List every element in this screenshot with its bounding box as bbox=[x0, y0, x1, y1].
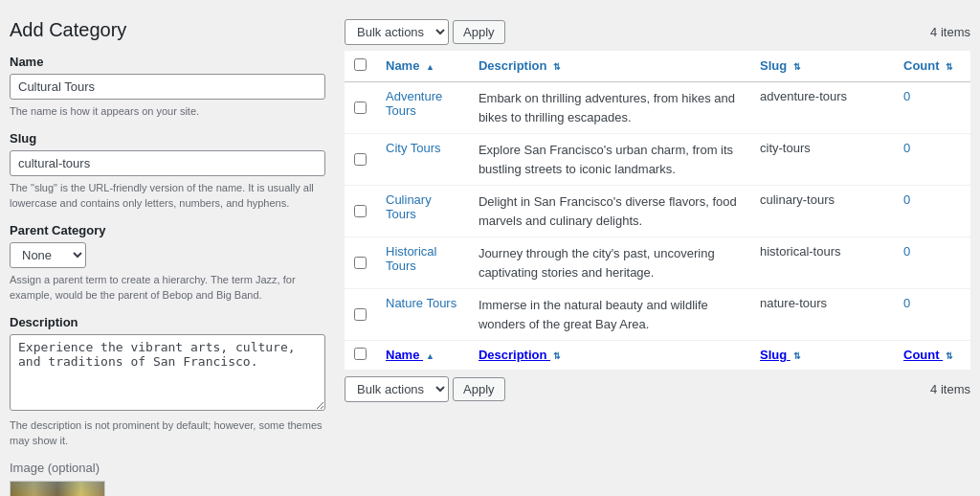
table-row: Historical Tours Journey through the cit… bbox=[345, 237, 970, 289]
table-row: Nature Tours Immerse in the natural beau… bbox=[345, 289, 970, 341]
row-description-cell: Explore San Francisco's urban charm, fro… bbox=[469, 134, 750, 186]
row-checkbox-cell bbox=[345, 186, 376, 237]
row-slug-3: historical-tours bbox=[760, 244, 841, 259]
select-all-col bbox=[345, 51, 376, 82]
parent-category-field-group: Parent Category None Assign a parent ter… bbox=[10, 223, 325, 304]
footer-col-name: Name ▲ bbox=[376, 341, 469, 371]
table-body: Adventure Tours Embark on thrilling adve… bbox=[345, 82, 970, 341]
footer-description-sort-link[interactable]: Description ⇅ bbox=[479, 348, 561, 362]
row-description-cell: Journey through the city's past, uncover… bbox=[469, 237, 750, 289]
row-name-link-3[interactable]: Historical Tours bbox=[386, 244, 436, 273]
row-count-cell: 0 bbox=[894, 289, 970, 341]
row-description-4: Immerse in the natural beauty and wildli… bbox=[479, 298, 708, 331]
image-thumbnail bbox=[10, 481, 105, 497]
row-name-cell: Culinary Tours bbox=[376, 186, 469, 237]
row-checkbox-cell bbox=[345, 237, 376, 289]
row-name-link-4[interactable]: Nature Tours bbox=[386, 296, 457, 310]
name-input[interactable] bbox=[10, 74, 325, 100]
row-count-link-3[interactable]: 0 bbox=[903, 244, 910, 259]
description-textarea[interactable]: Experience the vibrant arts, culture, an… bbox=[10, 334, 325, 411]
row-name-cell: Adventure Tours bbox=[376, 82, 469, 134]
row-slug-cell: nature-tours bbox=[750, 289, 894, 341]
footer-check-col bbox=[345, 341, 376, 371]
categories-table: Name ▲ Description ⇅ Slug ⇅ Count ⇅ bbox=[345, 51, 970, 371]
row-checkbox-cell bbox=[345, 134, 376, 186]
row-count-link-0[interactable]: 0 bbox=[903, 89, 910, 103]
slug-input[interactable] bbox=[10, 150, 325, 176]
footer-description-sort-icon: ⇅ bbox=[553, 351, 561, 361]
image-label: Image (optional) bbox=[10, 461, 325, 475]
footer-slug-sort-link[interactable]: Slug ⇅ bbox=[760, 348, 801, 362]
items-count-bottom: 4 items bbox=[930, 382, 970, 396]
footer-count-sort-link[interactable]: Count ⇅ bbox=[903, 348, 953, 362]
row-count-cell: 0 bbox=[894, 237, 970, 289]
row-checkbox-3[interactable] bbox=[354, 257, 367, 269]
description-sort-link[interactable]: Description ⇅ bbox=[479, 58, 561, 73]
footer-slug-sort-icon: ⇅ bbox=[793, 351, 801, 361]
footer-col-count: Count ⇅ bbox=[894, 341, 970, 371]
parent-hint: Assign a parent term to create a hierarc… bbox=[10, 272, 325, 304]
table-top-bar: Bulk actions Apply 4 items bbox=[345, 19, 970, 45]
table-row: Culinary Tours Delight in San Francisco'… bbox=[345, 186, 970, 237]
row-checkbox-0[interactable] bbox=[354, 101, 367, 114]
row-checkbox-1[interactable] bbox=[354, 153, 367, 166]
count-sort-icon: ⇅ bbox=[946, 62, 953, 72]
row-description-1: Explore San Francisco's urban charm, fro… bbox=[479, 143, 733, 176]
parent-category-select[interactable]: None bbox=[10, 242, 86, 268]
row-slug-cell: historical-tours bbox=[750, 237, 894, 289]
row-count-cell: 0 bbox=[894, 134, 970, 186]
footer-name-sort-link[interactable]: Name ▲ bbox=[386, 348, 434, 362]
row-count-link-1[interactable]: 0 bbox=[903, 141, 910, 155]
table-row: City Tours Explore San Francisco's urban… bbox=[345, 134, 970, 186]
row-count-link-2[interactable]: 0 bbox=[903, 192, 910, 207]
footer-count-sort-icon: ⇅ bbox=[946, 351, 953, 361]
row-name-cell: Historical Tours bbox=[376, 237, 469, 289]
row-name-link-0[interactable]: Adventure Tours bbox=[386, 89, 442, 118]
row-count-link-4[interactable]: 0 bbox=[903, 296, 910, 310]
row-checkbox-cell bbox=[345, 289, 376, 341]
table-bottom-bar: Bulk actions Apply 4 items bbox=[345, 376, 970, 402]
bulk-actions-select-top[interactable]: Bulk actions bbox=[345, 19, 449, 45]
row-name-link-2[interactable]: Culinary Tours bbox=[386, 192, 432, 221]
table-footer-row: Name ▲ Description ⇅ Slug ⇅ Count ⇅ bbox=[345, 341, 970, 371]
add-category-panel: Add Category Name The name is how it app… bbox=[0, 10, 345, 496]
table-header-row: Name ▲ Description ⇅ Slug ⇅ Count ⇅ bbox=[345, 51, 970, 82]
select-all-checkbox[interactable] bbox=[354, 58, 367, 71]
row-description-0: Embark on thrilling adventures, from hik… bbox=[479, 91, 735, 124]
slug-sort-link[interactable]: Slug ⇅ bbox=[760, 58, 801, 73]
row-description-cell: Immerse in the natural beauty and wildli… bbox=[469, 289, 750, 341]
name-sort-icon: ▲ bbox=[426, 62, 434, 72]
categories-list-panel: Bulk actions Apply 4 items Name ▲ Descri… bbox=[345, 10, 980, 496]
row-checkbox-4[interactable] bbox=[354, 308, 367, 321]
row-checkbox-2[interactable] bbox=[354, 205, 367, 217]
image-field-group: Image (optional) Select Image bbox=[10, 461, 325, 497]
footer-col-slug: Slug ⇅ bbox=[750, 341, 894, 371]
description-sort-icon: ⇅ bbox=[553, 62, 561, 72]
apply-button-bottom[interactable]: Apply bbox=[453, 377, 505, 401]
row-name-link-1[interactable]: City Tours bbox=[386, 141, 441, 155]
row-slug-cell: adventure-tours bbox=[750, 82, 894, 134]
footer-name-sort-icon: ▲ bbox=[426, 351, 434, 361]
row-count-cell: 0 bbox=[894, 186, 970, 237]
bulk-actions-select-bottom[interactable]: Bulk actions bbox=[345, 376, 449, 402]
apply-button-top[interactable]: Apply bbox=[453, 20, 505, 44]
row-description-cell: Embark on thrilling adventures, from hik… bbox=[469, 82, 750, 134]
footer-col-description: Description ⇅ bbox=[469, 341, 750, 371]
footer-select-all-checkbox[interactable] bbox=[354, 348, 367, 360]
description-field-group: Description Experience the vibrant arts,… bbox=[10, 315, 325, 449]
row-name-cell: City Tours bbox=[376, 134, 469, 186]
row-slug-cell: culinary-tours bbox=[750, 186, 894, 237]
row-slug-4: nature-tours bbox=[760, 296, 827, 310]
row-description-3: Journey through the city's past, uncover… bbox=[479, 246, 715, 280]
col-header-count: Count ⇅ bbox=[894, 51, 970, 82]
row-slug-0: adventure-tours bbox=[760, 89, 847, 103]
description-label: Description bbox=[10, 315, 325, 329]
row-slug-cell: city-tours bbox=[750, 134, 894, 186]
col-header-slug: Slug ⇅ bbox=[750, 51, 894, 82]
parent-category-label: Parent Category bbox=[10, 223, 325, 237]
count-sort-link[interactable]: Count ⇅ bbox=[903, 58, 953, 73]
bulk-actions-bottom: Bulk actions Apply bbox=[345, 376, 505, 402]
name-label: Name bbox=[10, 55, 325, 69]
description-hint: The description is not prominent by defa… bbox=[10, 417, 325, 449]
name-sort-link[interactable]: Name ▲ bbox=[386, 58, 434, 73]
